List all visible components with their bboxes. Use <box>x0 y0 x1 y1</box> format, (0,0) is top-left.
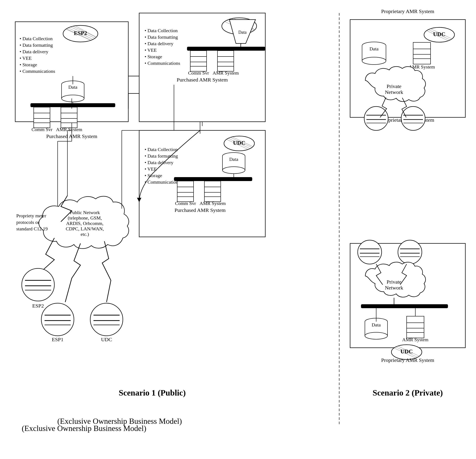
svg-rect-91 <box>177 181 194 202</box>
svg-text:ESP2: ESP2 <box>32 303 44 309</box>
svg-text:Private: Private <box>387 83 401 89</box>
svg-text:Data: Data <box>68 84 77 90</box>
svg-point-131 <box>90 303 123 336</box>
svg-point-171 <box>364 107 388 130</box>
svg-point-88 <box>222 167 245 174</box>
svg-text:• Data  delivery: • Data delivery <box>20 49 48 54</box>
svg-text:Propriety meter: Propriety meter <box>16 213 46 218</box>
svg-text:Data: Data <box>372 322 381 327</box>
svg-point-121 <box>22 268 54 301</box>
svg-text:ESP2: ESP2 <box>74 30 87 36</box>
svg-text:• Data  formatting: • Data formatting <box>20 42 53 48</box>
svg-rect-28 <box>61 107 77 128</box>
svg-rect-56 <box>190 51 207 71</box>
svg-text:CDPC, LAN/WAN,: CDPC, LAN/WAN, <box>66 226 104 232</box>
svg-text:Network: Network <box>385 89 403 95</box>
svg-text:• Data  Collection: • Data Collection <box>20 36 53 41</box>
svg-text:UDC: UDC <box>400 348 413 355</box>
svg-text:etc.): etc.) <box>81 232 89 237</box>
svg-text:Data: Data <box>238 30 246 34</box>
svg-point-180 <box>358 240 382 264</box>
page-title: (Exclusive Ownership Business Model) <box>22 424 146 433</box>
svg-text:AMR  System: AMR System <box>213 70 239 76</box>
svg-point-184 <box>398 240 422 264</box>
svg-text:Purchased AMR System: Purchased AMR System <box>175 207 226 213</box>
svg-text:Scenario 2 (Private): Scenario 2 (Private) <box>373 388 443 398</box>
svg-text:AMR  System: AMR System <box>402 337 428 342</box>
svg-text:Public Network: Public Network <box>70 210 100 215</box>
svg-text:UDC: UDC <box>101 337 112 342</box>
svg-rect-60 <box>217 51 234 71</box>
svg-point-195 <box>365 332 388 339</box>
svg-text:Proprietary AMR System: Proprietary AMR System <box>381 8 434 14</box>
svg-text:• Storage: • Storage <box>144 54 162 59</box>
svg-rect-190 <box>361 304 448 308</box>
svg-text:• Data  delivery: • Data delivery <box>144 41 173 46</box>
svg-point-162 <box>362 57 386 65</box>
svg-text:• VEE: • VEE <box>144 47 157 53</box>
svg-text:• Communications: • Communications <box>20 68 55 74</box>
svg-text:• Storage: • Storage <box>144 173 162 178</box>
svg-text:Comm Svr: Comm Svr <box>188 70 209 76</box>
svg-text:• Communications: • Communications <box>144 60 180 66</box>
svg-text:(telephone, GSM,: (telephone, GSM, <box>68 215 102 221</box>
svg-point-126 <box>41 303 74 336</box>
svg-rect-24 <box>34 107 50 128</box>
svg-point-21 <box>61 95 84 102</box>
svg-text:UDC: UDC <box>233 140 245 146</box>
svg-text:Scenario 1 (Public): Scenario 1 (Public) <box>119 388 186 398</box>
svg-text:• Storage: • Storage <box>20 62 37 67</box>
svg-text:Network: Network <box>385 285 403 291</box>
svg-rect-95 <box>204 181 221 202</box>
svg-text:• Data  Collection: • Data Collection <box>144 28 178 33</box>
svg-text:AMR  System: AMR System <box>200 200 226 206</box>
svg-text:protocols or: protocols or <box>16 219 39 225</box>
svg-text:• VEE: • VEE <box>20 55 32 61</box>
svg-text:• Data  Collection: • Data Collection <box>144 147 178 152</box>
svg-rect-23 <box>30 103 115 107</box>
svg-text:• Data  delivery: • Data delivery <box>144 160 173 165</box>
svg-text:• Data  formatting: • Data formatting <box>144 34 178 40</box>
svg-text:Proprietary AMR System: Proprietary AMR System <box>381 357 434 363</box>
svg-rect-90 <box>174 177 252 181</box>
svg-text:Comm Svr: Comm Svr <box>175 200 196 206</box>
svg-text:ESP1: ESP1 <box>52 337 63 342</box>
svg-text:Private: Private <box>387 279 401 285</box>
svg-rect-197 <box>407 316 424 338</box>
svg-text:Data: Data <box>229 157 238 162</box>
svg-text:standard C12.19: standard C12.19 <box>16 226 48 232</box>
svg-text:Data: Data <box>369 46 379 51</box>
svg-text:ARDIS, Orbcomm,: ARDIS, Orbcomm, <box>66 221 103 226</box>
svg-text:UDC: UDC <box>433 31 445 37</box>
svg-point-175 <box>401 107 425 130</box>
svg-text:Comm Svr: Comm Svr <box>32 127 53 132</box>
svg-rect-164 <box>413 42 431 64</box>
svg-text:AMR  System: AMR System <box>56 127 82 132</box>
svg-text:Purchased AMR System: Purchased AMR System <box>177 77 228 83</box>
